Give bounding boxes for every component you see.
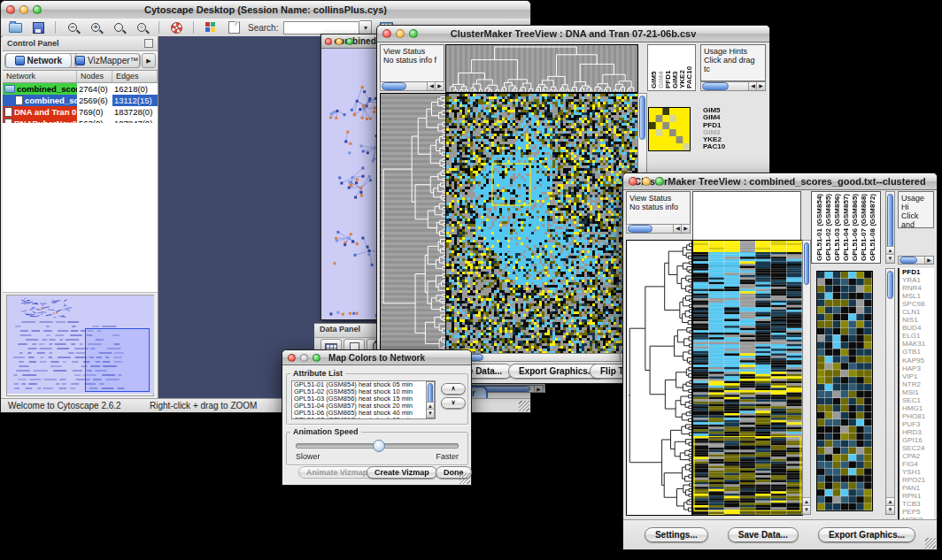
- gene-label[interactable]: PAN1: [902, 484, 934, 492]
- network-table-row[interactable]: combined_scores 2764(0) 16218(0): [3, 83, 158, 95]
- animation-speed-slider[interactable]: [296, 443, 459, 449]
- similarity-matrix[interactable]: [648, 107, 691, 151]
- gene-label[interactable]: GTB1: [902, 348, 934, 356]
- gene-label[interactable]: KAP95: [902, 357, 934, 364]
- treeview2-titlebar[interactable]: ClusterMaker TreeView : combined_scores_…: [623, 173, 937, 190]
- heatmap-vscrollbar[interactable]: ▲▼: [802, 240, 811, 515]
- gene-label[interactable]: RPO21: [902, 476, 934, 484]
- network-overview-panel[interactable]: [6, 295, 154, 396]
- col-edges[interactable]: Edges: [112, 71, 158, 82]
- close-button[interactable]: [288, 354, 296, 362]
- close-button[interactable]: [6, 5, 15, 14]
- treeview2-button[interactable]: Export Graphics...: [818, 527, 915, 542]
- expression-heatmap[interactable]: [692, 240, 803, 516]
- row-label[interactable]: PAC10: [703, 143, 763, 150]
- row-dendrogram[interactable]: [380, 93, 446, 354]
- control-panel-tab[interactable]: Network: [5, 53, 72, 68]
- gene-label[interactable]: VIP1: [902, 372, 934, 380]
- minimize-button[interactable]: [396, 29, 405, 38]
- zoom-button[interactable]: [346, 38, 353, 45]
- zoom-button[interactable]: [313, 354, 320, 362]
- usage-hints-scrollbar[interactable]: ◀▶: [700, 81, 766, 91]
- gene-label[interactable]: MSL1: [902, 292, 934, 300]
- zoom-fit-button[interactable]: ▫: [133, 20, 151, 35]
- column-label[interactable]: GPL51-07 (GSM868): [860, 194, 868, 261]
- labels-vscrollbar[interactable]: ▲▼: [885, 191, 895, 264]
- attribute-item[interactable]: GPL51-07 (GSM868) heat shock 60 min: [294, 417, 435, 419]
- move-down-button[interactable]: ∨: [441, 397, 466, 409]
- slider-handle[interactable]: [373, 440, 385, 452]
- search-input[interactable]: [283, 21, 359, 35]
- gene-label[interactable]: NIS1: [902, 316, 934, 324]
- float-panel-icon[interactable]: [144, 39, 153, 48]
- zoom-out-button[interactable]: −: [64, 20, 81, 35]
- gene-label[interactable]: RPN1: [902, 492, 934, 500]
- gene-label[interactable]: ELG1: [902, 332, 934, 340]
- minimize-button[interactable]: [642, 177, 651, 186]
- close-button[interactable]: [629, 177, 637, 186]
- column-label[interactable]: GPL51-06 (GSM865): [851, 194, 859, 261]
- view-status-scrollbar[interactable]: ◀▶: [626, 224, 691, 234]
- gene-label[interactable]: NTR2: [902, 380, 934, 388]
- gene-list-scrollbar[interactable]: ▲▼: [885, 268, 895, 515]
- view-status-scrollbar[interactable]: ◀▶: [380, 81, 444, 91]
- column-label[interactable]: GPL51-01 (GSM854): [815, 194, 823, 261]
- treeview1-titlebar[interactable]: ClusterMaker TreeView : DNA and Tran 07-…: [377, 26, 769, 42]
- gene-label[interactable]: HRD3: [902, 428, 934, 436]
- gene-label[interactable]: SEC24: [902, 444, 934, 452]
- create-vizmap-button[interactable]: Create Vizmap: [367, 466, 437, 479]
- column-label[interactable]: GPL51-03 (GSM856): [833, 194, 841, 261]
- more-tabs-button[interactable]: ▶: [142, 53, 156, 68]
- network-table-row[interactable]: DNA and Tran 07 769(0) 183728(0): [3, 106, 158, 118]
- control-panel-tab[interactable]: VizMapper™: [74, 53, 141, 68]
- minimize-button[interactable]: [300, 354, 308, 362]
- zoom-button[interactable]: [655, 177, 664, 186]
- minimize-button[interactable]: [336, 38, 343, 45]
- column-label[interactable]: PAC10: [685, 66, 693, 88]
- vizmapper-button[interactable]: [202, 20, 220, 35]
- treeview2-button[interactable]: Settings...: [645, 527, 708, 542]
- close-button[interactable]: [382, 29, 391, 38]
- col-nodes[interactable]: Nodes: [77, 71, 112, 82]
- gene-label[interactable]: FIG4: [902, 460, 934, 468]
- zoom-in-button[interactable]: +: [87, 20, 104, 35]
- expression-heatmap[interactable]: [445, 93, 638, 354]
- dialog-titlebar[interactable]: Map Colors to Network: [282, 350, 471, 365]
- column-label[interactable]: GPL51-08 (GSM872): [869, 194, 876, 261]
- minimize-button[interactable]: [19, 5, 28, 14]
- gene-label[interactable]: PFD1: [902, 268, 934, 276]
- gene-label[interactable]: MSI1: [902, 388, 934, 396]
- gene-label[interactable]: HAP3: [902, 364, 934, 372]
- zoom-selected-button[interactable]: [110, 20, 127, 35]
- row-dendrogram[interactable]: [626, 240, 692, 516]
- resize-grip[interactable]: [459, 473, 470, 484]
- gene-label[interactable]: PEP5: [902, 508, 934, 516]
- help-button[interactable]: [167, 20, 185, 35]
- gene-label[interactable]: RNR4: [902, 284, 934, 292]
- attribute-list-scrollbar[interactable]: ▲▼: [426, 381, 435, 418]
- resize-grip[interactable]: [519, 401, 529, 411]
- col-network[interactable]: Network: [3, 71, 77, 82]
- gene-label[interactable]: SEC1: [902, 396, 934, 404]
- gene-label[interactable]: TCB3: [902, 500, 934, 508]
- save-session-button[interactable]: [29, 20, 47, 35]
- gene-label[interactable]: HMG1: [902, 404, 934, 412]
- open-session-button[interactable]: [6, 20, 24, 35]
- gene-label[interactable]: YRA1: [902, 276, 934, 284]
- gene-label[interactable]: GPI16: [902, 436, 934, 444]
- resize-grip[interactable]: [925, 538, 936, 548]
- gene-label[interactable]: PHO81: [902, 412, 934, 420]
- column-dendrogram[interactable]: [445, 44, 638, 93]
- zoom-button[interactable]: [409, 29, 418, 38]
- network-table-row[interactable]: combined_sco 2569(6) 13112(15): [3, 95, 158, 106]
- usage-hints-scrollbar[interactable]: ▶: [898, 256, 934, 265]
- column-label[interactable]: GPL51-02 (GSM855): [824, 194, 832, 261]
- zoomed-heatmap[interactable]: [816, 271, 873, 511]
- search-dropdown-arrow[interactable]: ▾: [359, 20, 372, 35]
- gene-label[interactable]: BUD4: [902, 324, 934, 332]
- gene-label[interactable]: YSH1: [902, 468, 934, 476]
- move-up-button[interactable]: ∧: [441, 383, 466, 395]
- close-button[interactable]: [325, 38, 332, 45]
- annotation-button[interactable]: [225, 20, 243, 35]
- gene-label[interactable]: SPC98: [902, 300, 934, 308]
